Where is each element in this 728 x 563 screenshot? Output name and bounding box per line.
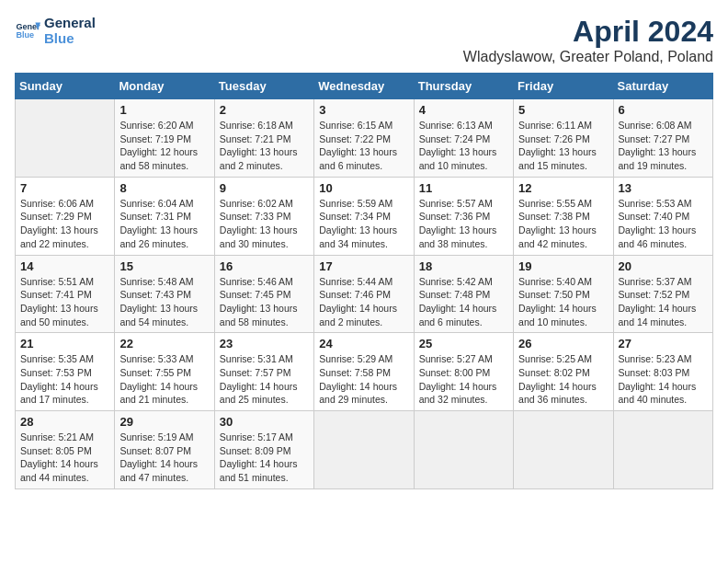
calendar-cell: 12Sunrise: 5:55 AM Sunset: 7:38 PM Dayli… [514,177,613,255]
day-number: 14 [20,259,109,273]
calendar-cell: 15Sunrise: 5:48 AM Sunset: 7:43 PM Dayli… [115,255,214,333]
column-header-tuesday: Tuesday [214,74,313,99]
day-number: 12 [518,181,608,195]
calendar-cell: 29Sunrise: 5:19 AM Sunset: 8:07 PM Dayli… [115,411,214,489]
day-info: Sunrise: 5:25 AM Sunset: 8:02 PM Dayligh… [518,352,608,407]
day-number: 3 [319,103,408,117]
calendar-cell: 22Sunrise: 5:33 AM Sunset: 7:55 PM Dayli… [115,333,214,411]
day-number: 19 [518,259,608,273]
calendar-cell: 24Sunrise: 5:29 AM Sunset: 7:58 PM Dayli… [314,333,414,411]
calendar-cell: 18Sunrise: 5:42 AM Sunset: 7:48 PM Dayli… [414,255,513,333]
svg-text:Blue: Blue [16,30,34,40]
day-info: Sunrise: 5:57 AM Sunset: 7:36 PM Dayligh… [419,197,508,251]
day-number: 20 [619,259,708,273]
day-info: Sunrise: 6:08 AM Sunset: 7:27 PM Dayligh… [619,119,708,173]
day-number: 18 [419,259,508,273]
week-row-4: 21Sunrise: 5:35 AM Sunset: 7:53 PM Dayli… [16,333,713,411]
day-number: 6 [619,103,708,117]
week-row-5: 28Sunrise: 5:21 AM Sunset: 8:05 PM Dayli… [16,411,713,489]
day-info: Sunrise: 5:27 AM Sunset: 8:00 PM Dayligh… [419,352,508,407]
day-info: Sunrise: 5:35 AM Sunset: 7:53 PM Dayligh… [20,352,109,407]
calendar-cell: 2Sunrise: 6:18 AM Sunset: 7:21 PM Daylig… [214,99,313,178]
calendar-cell: 5Sunrise: 6:11 AM Sunset: 7:26 PM Daylig… [514,99,613,178]
calendar-cell: 11Sunrise: 5:57 AM Sunset: 7:36 PM Dayli… [414,177,513,255]
day-info: Sunrise: 5:59 AM Sunset: 7:34 PM Dayligh… [319,197,408,251]
week-row-2: 7Sunrise: 6:06 AM Sunset: 7:29 PM Daylig… [16,177,713,255]
calendar-title: April 2024 [463,15,713,49]
week-row-3: 14Sunrise: 5:51 AM Sunset: 7:41 PM Dayli… [16,255,713,333]
logo-icon: General Blue [15,17,40,43]
calendar-cell: 19Sunrise: 5:40 AM Sunset: 7:50 PM Dayli… [514,255,613,333]
column-header-monday: Monday [115,74,214,99]
day-number: 2 [220,103,309,117]
day-info: Sunrise: 5:53 AM Sunset: 7:40 PM Dayligh… [619,197,708,251]
calendar-cell: 17Sunrise: 5:44 AM Sunset: 7:46 PM Dayli… [314,255,414,333]
week-row-1: 1Sunrise: 6:20 AM Sunset: 7:19 PM Daylig… [16,99,713,178]
day-info: Sunrise: 5:40 AM Sunset: 7:50 PM Dayligh… [518,275,608,329]
day-info: Sunrise: 5:31 AM Sunset: 7:57 PM Dayligh… [220,352,309,407]
calendar-cell: 28Sunrise: 5:21 AM Sunset: 8:05 PM Dayli… [16,411,115,489]
day-info: Sunrise: 6:20 AM Sunset: 7:19 PM Dayligh… [119,119,209,173]
column-header-saturday: Saturday [613,74,712,99]
day-info: Sunrise: 6:04 AM Sunset: 7:31 PM Dayligh… [119,197,209,251]
day-info: Sunrise: 5:42 AM Sunset: 7:48 PM Dayligh… [419,275,508,329]
day-info: Sunrise: 6:13 AM Sunset: 7:24 PM Dayligh… [419,119,508,173]
day-number: 9 [220,181,309,195]
calendar-cell: 6Sunrise: 6:08 AM Sunset: 7:27 PM Daylig… [613,99,712,178]
calendar-cell: 23Sunrise: 5:31 AM Sunset: 7:57 PM Dayli… [214,333,313,411]
calendar-cell: 26Sunrise: 5:25 AM Sunset: 8:02 PM Dayli… [514,333,613,411]
logo: General Blue General Blue [15,15,96,46]
title-block: April 2024 Wladyslawow, Greater Poland, … [463,15,713,65]
day-number: 17 [319,259,408,273]
calendar-cell: 8Sunrise: 6:04 AM Sunset: 7:31 PM Daylig… [115,177,214,255]
day-number: 10 [319,181,408,195]
day-number: 4 [419,103,508,117]
day-info: Sunrise: 5:37 AM Sunset: 7:52 PM Dayligh… [619,275,708,329]
day-info: Sunrise: 5:19 AM Sunset: 8:07 PM Dayligh… [119,431,209,485]
calendar-cell: 30Sunrise: 5:17 AM Sunset: 8:09 PM Dayli… [214,411,313,489]
day-number: 21 [20,337,109,350]
column-header-friday: Friday [514,74,613,99]
day-number: 22 [119,337,209,350]
day-info: Sunrise: 5:23 AM Sunset: 8:03 PM Dayligh… [619,352,708,407]
calendar-cell [314,411,414,489]
day-number: 23 [220,337,309,350]
day-number: 8 [119,181,209,195]
day-number: 30 [220,415,309,429]
day-number: 15 [119,259,209,273]
day-number: 16 [220,259,309,273]
column-header-sunday: Sunday [16,74,115,99]
logo-line2: Blue [44,30,96,46]
day-info: Sunrise: 5:17 AM Sunset: 8:09 PM Dayligh… [220,431,309,485]
day-info: Sunrise: 6:11 AM Sunset: 7:26 PM Dayligh… [518,119,608,173]
day-info: Sunrise: 5:29 AM Sunset: 7:58 PM Dayligh… [319,352,408,407]
day-info: Sunrise: 5:51 AM Sunset: 7:41 PM Dayligh… [20,275,109,329]
day-number: 28 [20,415,109,429]
day-info: Sunrise: 5:21 AM Sunset: 8:05 PM Dayligh… [20,431,109,485]
calendar-cell: 20Sunrise: 5:37 AM Sunset: 7:52 PM Dayli… [613,255,712,333]
day-info: Sunrise: 5:46 AM Sunset: 7:45 PM Dayligh… [220,275,309,329]
calendar-cell: 27Sunrise: 5:23 AM Sunset: 8:03 PM Dayli… [613,333,712,411]
calendar-cell: 4Sunrise: 6:13 AM Sunset: 7:24 PM Daylig… [414,99,513,178]
day-info: Sunrise: 5:33 AM Sunset: 7:55 PM Dayligh… [119,352,209,407]
day-info: Sunrise: 6:18 AM Sunset: 7:21 PM Dayligh… [220,119,309,173]
calendar-cell: 1Sunrise: 6:20 AM Sunset: 7:19 PM Daylig… [115,99,214,178]
calendar-table: SundayMondayTuesdayWednesdayThursdayFrid… [15,73,713,489]
day-info: Sunrise: 5:55 AM Sunset: 7:38 PM Dayligh… [518,197,608,251]
day-number: 25 [419,337,508,350]
day-info: Sunrise: 6:15 AM Sunset: 7:22 PM Dayligh… [319,119,408,173]
calendar-cell: 14Sunrise: 5:51 AM Sunset: 7:41 PM Dayli… [16,255,115,333]
day-info: Sunrise: 5:44 AM Sunset: 7:46 PM Dayligh… [319,275,408,329]
day-number: 11 [419,181,508,195]
day-number: 7 [20,181,109,195]
day-number: 29 [119,415,209,429]
calendar-cell: 25Sunrise: 5:27 AM Sunset: 8:00 PM Dayli… [414,333,513,411]
calendar-cell [613,411,712,489]
page-header: General Blue General Blue April 2024 Wla… [15,15,713,65]
day-number: 26 [518,337,608,350]
day-number: 27 [619,337,708,350]
calendar-cell [16,99,115,178]
day-number: 1 [119,103,209,117]
day-info: Sunrise: 6:02 AM Sunset: 7:33 PM Dayligh… [220,197,309,251]
logo-line1: General [44,15,96,30]
